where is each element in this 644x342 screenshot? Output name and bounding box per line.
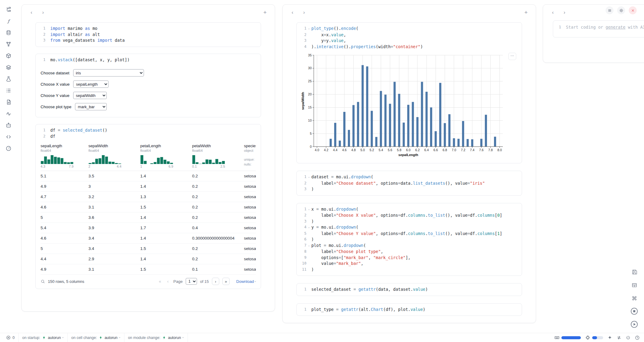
code-line[interactable]: 1›dataset = mo.ui.dropdown( xyxy=(299,174,519,180)
table-row[interactable]: 4.42.91.40.2setosa xyxy=(41,254,256,264)
close-button[interactable] xyxy=(629,6,637,14)
code-line[interactable]: 9 options=["mark_bar", "mark_circle"], xyxy=(299,255,519,261)
code-line[interactable]: 4›y = mo.ui.dropdown( xyxy=(299,224,519,231)
page-select[interactable]: 1 xyxy=(186,278,197,285)
rail-functions-icon[interactable]: ƒ xyxy=(5,18,12,24)
table-row[interactable]: 5.13.51.40.2setosa xyxy=(41,171,256,181)
code-editor[interactable]: 1mo.vstack([dataset, x, y, plot]) xyxy=(36,56,261,64)
clock-icon[interactable] xyxy=(635,335,640,340)
code-line[interactable]: 6) xyxy=(299,237,519,243)
table-row[interactable]: 4.63.11.50.2setosa xyxy=(41,202,256,212)
code-line[interactable]: 4).interactive().properties(width="conta… xyxy=(299,44,519,50)
code-line[interactable]: 10 value="mark_bar", xyxy=(299,261,519,267)
table-row[interactable]: 53.41.50.2setosa xyxy=(41,244,256,254)
rail-dependency-graph-icon[interactable] xyxy=(5,41,12,48)
code-line[interactable]: 2 label="Choose dataset", options=data.l… xyxy=(299,180,519,187)
code-line[interactable]: 3) xyxy=(299,219,519,225)
keyboard-usage-meter[interactable] xyxy=(554,335,581,340)
code-editor[interactable]: 1df = selected_dataset()2df xyxy=(36,127,261,140)
code-line[interactable]: 8 label="Choose plot type", xyxy=(299,249,519,255)
table-row[interactable]: 4.73.21.30.2setosa xyxy=(41,192,256,202)
last-page-button[interactable]: » xyxy=(222,278,230,285)
rail-tracing-icon[interactable] xyxy=(5,110,12,117)
chart-actions-button[interactable] xyxy=(508,53,516,60)
code-line[interactable]: 2 label="Choose X value", options=df.col… xyxy=(299,212,519,219)
autorun-config[interactable]: on startup:autorun› xyxy=(19,333,68,342)
code-line[interactable]: 1import marimo as mo xyxy=(38,26,258,32)
code-line[interactable]: 7›plot = mo.ui.dropdown( xyxy=(299,243,519,249)
code-line[interactable]: 3) xyxy=(299,186,519,192)
rail-packages-icon[interactable] xyxy=(5,52,12,59)
rail-snippets-icon[interactable] xyxy=(5,134,12,140)
chip-usage-meter[interactable] xyxy=(585,335,603,340)
search-icon[interactable] xyxy=(41,279,45,284)
control-select[interactable]: sepalWidth xyxy=(73,92,107,99)
rail-layers-icon[interactable] xyxy=(5,64,12,71)
code-line[interactable]: 2import altair as alt xyxy=(38,32,258,38)
code-line[interactable]: 1plot_type = getattr(alt.Chart(df), plot… xyxy=(299,307,519,313)
fold-chevron-icon[interactable]: › xyxy=(306,243,311,249)
keyboard-shortcuts-button[interactable] xyxy=(630,294,639,302)
panel-back-button[interactable]: ‹ xyxy=(549,9,556,16)
add-cell-button[interactable]: + xyxy=(522,9,530,16)
gear-button[interactable] xyxy=(617,6,625,14)
panel-back-button[interactable]: ‹ xyxy=(289,9,296,16)
code-line[interactable]: 1›x = mo.ui.dropdown( xyxy=(299,206,519,213)
table-row[interactable]: 4.63.41.40.30000000000000004setosa xyxy=(41,233,256,244)
code-editor[interactable]: 1›dataset = mo.ui.dropdown(2 label="Choo… xyxy=(297,173,522,193)
column-header[interactable]: speciesobjectunique:nulls: xyxy=(244,144,256,168)
code-editor[interactable]: 1selected_dataset = getattr(data, datase… xyxy=(297,286,522,293)
rail-file-tree-icon[interactable] xyxy=(5,6,12,13)
fold-chevron-icon[interactable]: › xyxy=(306,224,311,231)
run-all-button[interactable] xyxy=(630,320,639,329)
code-line[interactable]: 5 label="Choose Y value", options=df.col… xyxy=(299,231,519,237)
code-line[interactable]: 3 y=y.value, xyxy=(299,38,519,44)
code-editor[interactable]: 1plot_type = getattr(alt.Chart(df), plot… xyxy=(297,306,522,313)
rail-outline-icon[interactable] xyxy=(5,87,12,94)
table-row[interactable]: 5.43.91.70.4setosa xyxy=(41,223,256,233)
rail-database-icon[interactable] xyxy=(5,29,12,36)
generate-link[interactable]: generate xyxy=(606,25,625,30)
layout-button[interactable] xyxy=(630,281,639,289)
code-line[interactable]: 1mo.vstack([dataset, x, y, plot]) xyxy=(38,57,258,63)
altair-chart[interactable]: 051015202530354.04.24.44.64.85.05.25.45.… xyxy=(300,52,506,159)
swap-icon[interactable] xyxy=(617,335,621,340)
table-row[interactable]: 53.61.40.2setosa xyxy=(41,212,256,223)
control-select[interactable]: sepalLength xyxy=(73,80,109,88)
fold-chevron-icon[interactable]: › xyxy=(306,174,311,180)
column-header[interactable]: sepalLengthfloat644.37.9 xyxy=(41,144,88,168)
control-select[interactable]: mark_bar xyxy=(75,103,107,110)
power-icon[interactable] xyxy=(626,335,631,340)
prev-page-button[interactable]: ‹ xyxy=(166,279,170,284)
fold-chevron-icon[interactable]: › xyxy=(306,26,311,32)
export-button[interactable] xyxy=(630,268,639,276)
sparkle-icon[interactable] xyxy=(607,335,612,340)
column-header[interactable]: petalLengthfloat6416.9 xyxy=(140,144,192,168)
error-count-chip[interactable]: 0 xyxy=(2,333,19,342)
panel-forward-button[interactable]: › xyxy=(300,9,308,16)
first-page-button[interactable]: « xyxy=(158,279,163,284)
autorun-config[interactable]: on cell change:autorun› xyxy=(68,333,124,342)
column-header[interactable]: sepalWidthfloat6424.4 xyxy=(88,144,140,168)
code-line[interactable]: 2df xyxy=(38,134,258,140)
code-line[interactable]: 1df = selected_dataset() xyxy=(38,127,258,134)
rail-help-icon[interactable]: ? xyxy=(5,145,12,152)
code-line[interactable]: 11) xyxy=(299,267,519,273)
interrupt-button[interactable] xyxy=(630,307,639,315)
table-row[interactable]: 4.931.40.2setosa xyxy=(41,181,256,192)
ai-code-cell[interactable]: 1 Start coding or generate with AI xyxy=(553,20,644,37)
control-select[interactable]: iris xyxy=(73,69,144,77)
menu-button[interactable] xyxy=(606,6,614,14)
code-line[interactable]: 3from vega_datasets import data xyxy=(38,37,258,44)
fold-chevron-icon[interactable]: › xyxy=(306,206,311,213)
panel-back-button[interactable]: ‹ xyxy=(28,9,35,16)
code-editor[interactable]: 1import marimo as mo2import altair as al… xyxy=(36,25,261,44)
rail-scratchpad-icon[interactable] xyxy=(5,76,12,82)
next-page-button[interactable]: › xyxy=(212,278,219,285)
download-button[interactable]: Download › xyxy=(236,279,256,284)
rail-docs-icon[interactable] xyxy=(5,99,12,105)
add-cell-button[interactable]: + xyxy=(261,9,269,16)
panel-forward-button[interactable]: › xyxy=(39,9,47,16)
code-editor[interactable]: 1›plot_type().encode(2 x=x.value,3 y=y.v… xyxy=(297,25,522,50)
autorun-config[interactable]: on module change:autorun› xyxy=(124,333,188,342)
